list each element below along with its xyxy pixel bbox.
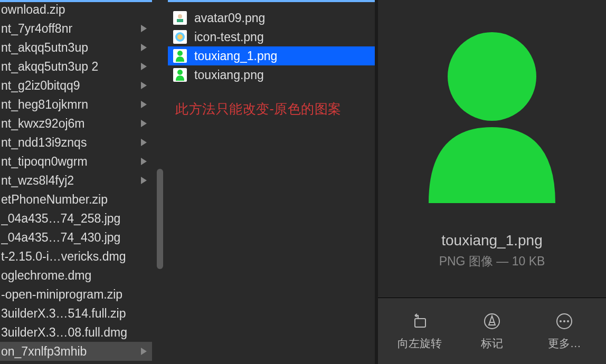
chevron-right-icon <box>141 158 147 165</box>
sidebar-item-label: _04a435…74_258.jpg <box>1 212 147 226</box>
file-thumbnail-icon <box>173 11 187 25</box>
window-top-accent <box>168 0 375 2</box>
sidebar-item-label: on_7xnlfp3mhib <box>1 344 138 359</box>
sidebar-item[interactable]: nt_wzs8l4fyj2 <box>0 171 152 190</box>
file-name-label: touxiang_1.png <box>194 49 277 63</box>
sidebar-item-label: nt_ndd13i9znqs <box>1 136 138 150</box>
sidebar-item[interactable]: 3uilderX.3…08.full.dmg <box>0 323 152 342</box>
sidebar-item[interactable]: nt_7yr4off8nr <box>0 19 152 38</box>
sidebar-item-label: -open-miniprogram.zip <box>1 288 147 302</box>
preview-area: touxiang_1.png PNG 图像 — 10 KB <box>378 0 606 298</box>
rotate-left-label: 向左旋转 <box>397 336 442 351</box>
sidebar-item-label: nt_akqq5utn3up <box>1 41 138 55</box>
sidebar-list: ownload.zipnt_7yr4off8nrnt_akqq5utn3upnt… <box>0 0 152 364</box>
sidebar-item[interactable]: t-2.15.0-i…vericks.dmg <box>0 247 152 266</box>
chevron-right-icon <box>141 139 147 146</box>
chevron-right-icon <box>141 101 147 108</box>
file-row[interactable]: touxiang.png <box>168 65 375 84</box>
sidebar-item-label: nt_heg81ojkmrn <box>1 98 138 112</box>
preview-filename: touxiang_1.png <box>441 232 543 249</box>
more-icon <box>555 312 574 331</box>
sidebar-item-label: 3uilderX.3…514.full.zip <box>1 306 147 321</box>
sidebar-item[interactable]: _04a435…74_258.jpg <box>0 209 152 228</box>
action-bar: 向左旋转 标记 更多… <box>378 298 606 364</box>
sidebar-column: ownload.zipnt_7yr4off8nrnt_akqq5utn3upnt… <box>0 0 152 364</box>
more-label: 更多… <box>548 336 581 351</box>
file-thumbnail-icon <box>173 68 187 82</box>
preview-column: touxiang_1.png PNG 图像 — 10 KB 向左旋转 <box>378 0 606 364</box>
svg-point-4 <box>177 51 183 56</box>
sidebar-item-label: nt_wzs8l4fyj2 <box>1 174 138 188</box>
sidebar-item-label: etPhoneNumber.zip <box>1 193 147 207</box>
svg-point-11 <box>560 320 562 322</box>
markup-icon <box>482 312 501 331</box>
sidebar-item-label: _04a435…74_430.jpg <box>1 231 147 245</box>
sidebar-item[interactable]: nt_akqq5utn3up <box>0 38 152 57</box>
svg-point-12 <box>563 320 565 322</box>
file-name-label: avatar09.png <box>194 11 265 25</box>
preview-subtitle: PNG 图像 — 10 KB <box>439 253 545 270</box>
sidebar-item-label: nt_akqq5utn3up 2 <box>1 60 138 74</box>
file-name-label: touxiang.png <box>194 68 264 82</box>
markup-button[interactable]: 标记 <box>456 312 528 351</box>
sidebar-item[interactable]: on_7xnlfp3mhib <box>0 342 152 361</box>
sidebar-item-label: t-2.15.0-i…vericks.dmg <box>1 250 147 264</box>
svg-rect-1 <box>177 19 183 22</box>
chevron-right-icon <box>141 120 147 127</box>
markup-label: 标记 <box>481 336 503 351</box>
chevron-right-icon <box>141 25 147 32</box>
column-divider-left <box>152 0 168 364</box>
svg-point-3 <box>177 34 183 40</box>
sidebar-item-label: 3uilderX.3…08.full.dmg <box>1 325 147 340</box>
sidebar-item[interactable]: nt_kwxz92oj6m <box>0 114 152 133</box>
chevron-right-icon <box>141 63 147 70</box>
sidebar-item[interactable]: ownload.zip <box>0 0 152 19</box>
preview-image <box>413 26 571 206</box>
svg-point-0 <box>178 14 182 18</box>
sidebar-item[interactable]: oglechrome.dmg <box>0 266 152 285</box>
file-thumbnail-icon <box>173 30 187 44</box>
rotate-left-button[interactable]: 向左旋转 <box>383 312 456 351</box>
sidebar-item-label: ownload.zip <box>1 3 147 17</box>
chevron-right-icon <box>141 82 147 89</box>
more-button[interactable]: 更多… <box>528 312 601 351</box>
sidebar-item[interactable]: nt_tipoqn0wgrm <box>0 152 152 171</box>
sidebar-item-label: oglechrome.dmg <box>1 269 147 283</box>
sidebar-item[interactable]: nt_heg81ojkmrn <box>0 95 152 114</box>
sidebar-item[interactable]: nt_g2iz0bitqq9 <box>0 76 152 95</box>
chevron-right-icon <box>141 44 147 51</box>
sidebar-item[interactable]: -open-miniprogram.zip <box>0 285 152 304</box>
file-name-label: icon-test.png <box>194 30 264 44</box>
sidebar-item-label: nt_tipoqn0wgrm <box>1 155 138 169</box>
file-list: avatar09.pngicon-test.pngtouxiang_1.pngt… <box>168 0 375 84</box>
sidebar-item[interactable]: nt_ndd13i9znqs <box>0 133 152 152</box>
sidebar-item[interactable]: _04a435…74_430.jpg <box>0 228 152 247</box>
rotate-left-icon <box>410 312 429 331</box>
chevron-right-icon <box>141 177 147 184</box>
sidebar-item-label: nt_kwxz92oj6m <box>1 117 138 131</box>
sidebar-item-label: nt_g2iz0bitqq9 <box>1 79 138 93</box>
sidebar-item[interactable]: nt_akqq5utn3up 2 <box>0 57 152 76</box>
sidebar-item[interactable]: etPhoneNumber.zip <box>0 190 152 209</box>
svg-point-6 <box>448 32 536 121</box>
person-icon <box>413 26 571 206</box>
file-thumbnail-icon <box>173 49 187 63</box>
file-row[interactable]: icon-test.png <box>168 27 375 46</box>
file-row[interactable]: avatar09.png <box>168 8 375 27</box>
sidebar-item-label: nt_7yr4off8nr <box>1 22 138 36</box>
annotation-text: 此方法只能改变-原色的图案 <box>175 100 375 118</box>
svg-rect-7 <box>415 319 425 327</box>
file-row[interactable]: touxiang_1.png <box>168 46 375 65</box>
svg-point-13 <box>567 320 569 322</box>
chevron-right-icon <box>141 348 147 355</box>
scrollbar-thumb[interactable] <box>157 169 163 269</box>
svg-point-5 <box>177 70 183 75</box>
file-list-column: avatar09.pngicon-test.pngtouxiang_1.pngt… <box>168 0 375 364</box>
sidebar-item[interactable]: 3uilderX.3…514.full.zip <box>0 304 152 323</box>
